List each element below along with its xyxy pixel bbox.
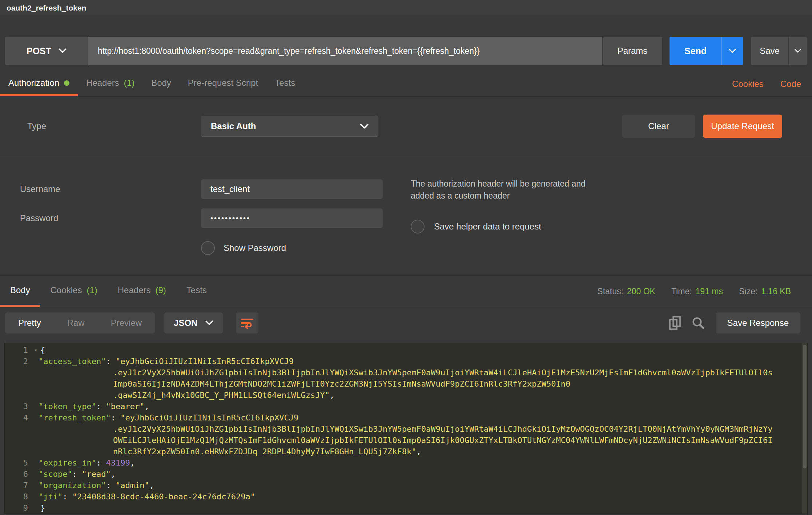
- line-number: 5: [5, 457, 31, 468]
- wrap-text-button[interactable]: [236, 312, 258, 334]
- code-line: 9}: [5, 502, 807, 514]
- response-tools: Save Response: [669, 312, 807, 334]
- scrollbar-thumb[interactable]: [803, 345, 807, 468]
- auth-helper-column: The authorization header will be generat…: [411, 178, 622, 233]
- format-select[interactable]: JSON: [164, 312, 223, 334]
- save-button[interactable]: Save: [751, 37, 789, 65]
- chevron-down-icon: [59, 48, 67, 53]
- username-field[interactable]: test_client: [201, 179, 383, 199]
- line-number: [5, 390, 31, 401]
- tab-tests[interactable]: Tests: [266, 72, 304, 96]
- fold-toggle-icon[interactable]: ▾: [34, 345, 37, 356]
- request-tabs: Authorization Headers (1) Body Pre-reque…: [0, 72, 812, 97]
- password-field[interactable]: •••••••••••: [201, 208, 383, 228]
- auth-configured-dot-icon: [64, 80, 69, 86]
- code-line: Imp0aSI6IjIzNDA4ZDM4LThjZGMtNDQ2MC1iZWFj…: [5, 378, 807, 390]
- auth-type-row: Type Basic Auth Clear Update Request: [0, 97, 812, 156]
- chevron-down-icon: [729, 49, 736, 53]
- chevron-down-icon: [360, 124, 369, 129]
- show-password-label: Show Password: [224, 243, 286, 253]
- code-line: .qawS1Z4j_h4vNx10GBC_Y_PHM1LLSQt64eniWLG…: [5, 390, 807, 401]
- code-line: .eyJ1c2VyX25hbWUiOiJhZG1pbiIsInNjb3BlIjp…: [5, 423, 807, 435]
- response-meta: Status: 200 OK Time: 191 ms Size: 1.16 K…: [597, 287, 812, 296]
- line-number: [5, 435, 31, 446]
- password-row: Password •••••••••••: [0, 208, 812, 228]
- response-tab-body[interactable]: Body: [0, 276, 40, 307]
- save-button-group: Save: [751, 37, 807, 65]
- response-body-lines: 1▾{2"access_token": "eyJhbGciOiJIUzI1NiI…: [5, 344, 807, 514]
- size-label: Size:: [739, 287, 757, 296]
- line-number: [5, 367, 31, 378]
- code-line: 6"scope": "read",: [5, 468, 807, 480]
- send-button[interactable]: Send: [670, 37, 722, 65]
- url-bar: POST http://host1:8000/oauth/token?scope…: [5, 37, 807, 65]
- clear-button[interactable]: Clear: [622, 115, 695, 138]
- code-line: 7"organization": "admin",: [5, 480, 807, 491]
- line-number: 6: [5, 468, 31, 480]
- show-password-row: Show Password: [201, 241, 812, 255]
- status-label: Status:: [597, 287, 623, 296]
- url-input[interactable]: http://host1:8000/oauth/token?scope=read…: [88, 37, 603, 65]
- update-request-button[interactable]: Update Request: [703, 115, 782, 138]
- search-button[interactable]: [692, 316, 705, 330]
- auth-type-label: Type: [0, 121, 201, 131]
- code-line: 5"expires_in": 43199,: [5, 457, 807, 468]
- method-select[interactable]: POST: [5, 37, 88, 65]
- tab-headers[interactable]: Headers (1): [78, 72, 143, 96]
- line-number: 1▾: [5, 344, 31, 356]
- save-response-button[interactable]: Save Response: [716, 312, 800, 334]
- method-label: POST: [27, 46, 51, 56]
- authorization-panel: Type Basic Auth Clear Update Request Use…: [0, 97, 812, 275]
- url-text: http://host1:8000/oauth/token?scope=read…: [98, 46, 479, 56]
- chevron-down-icon: [205, 320, 213, 326]
- response-panel: Body Cookies (1) Headers (9) Tests Statu…: [0, 276, 812, 514]
- view-pretty-button[interactable]: Pretty: [5, 312, 54, 334]
- copy-button[interactable]: [669, 316, 681, 330]
- view-preview-button[interactable]: Preview: [98, 312, 155, 334]
- show-password-checkbox[interactable]: [201, 241, 215, 255]
- response-tabs: Body Cookies (1) Headers (9) Tests Statu…: [0, 276, 812, 307]
- line-number: 2: [5, 356, 31, 367]
- code-line: 3"token_type": "bearer",: [5, 401, 807, 412]
- view-raw-button[interactable]: Raw: [54, 312, 98, 334]
- tab-authorization[interactable]: Authorization: [0, 72, 78, 96]
- line-number: [5, 446, 31, 457]
- send-options-button[interactable]: [722, 37, 743, 65]
- cookies-link[interactable]: Cookies: [732, 79, 764, 89]
- save-options-button[interactable]: [789, 37, 807, 65]
- code-line: OWEiLCJleHAiOjE1MzQ1MjQzMTQsImF1dGhvcml0…: [5, 435, 807, 446]
- password-label: Password: [0, 213, 201, 223]
- response-tab-headers[interactable]: Headers (9): [108, 276, 176, 307]
- line-number: 7: [5, 480, 31, 491]
- save-helper-checkbox[interactable]: [411, 220, 425, 233]
- scrollbar-track[interactable]: [802, 343, 807, 514]
- line-number: 9: [5, 502, 31, 514]
- code-line: nRlc3RfY2xpZW50In0.eHRWxFZDJDq_2RDPL4Dhy…: [5, 446, 807, 457]
- save-helper-row: Save helper data to request: [411, 220, 622, 233]
- chevron-down-icon: [795, 49, 801, 53]
- line-number: 4: [5, 412, 31, 423]
- status-value: 200 OK: [627, 287, 655, 296]
- response-toolbar: Pretty Raw Preview JSON: [5, 312, 807, 334]
- auth-helper-text: The authorization header will be generat…: [411, 178, 592, 202]
- request-title: oauth2_refresh_token: [7, 4, 86, 12]
- method-url-group: POST http://host1:8000/oauth/token?scope…: [5, 37, 662, 65]
- line-number: [5, 423, 31, 435]
- line-number: 8: [5, 491, 31, 502]
- size-value: 1.16 KB: [761, 287, 791, 296]
- save-helper-label: Save helper data to request: [434, 221, 541, 232]
- params-button[interactable]: Params: [603, 37, 662, 65]
- search-icon: [692, 316, 705, 330]
- line-number: 3: [5, 401, 31, 412]
- code-line: .eyJ1c2VyX25hbWUiOiJhZG1pbiIsInNjb3BlIjp…: [5, 367, 807, 378]
- response-tab-cookies[interactable]: Cookies (1): [40, 276, 108, 307]
- request-title-bar: oauth2_refresh_token: [0, 0, 812, 16]
- response-tab-tests[interactable]: Tests: [176, 276, 217, 307]
- auth-type-select[interactable]: Basic Auth: [201, 116, 378, 137]
- code-line: 2"access_token": "eyJhbGciOiJIUzI1NiIsIn…: [5, 356, 807, 367]
- response-body-viewer: 1▾{2"access_token": "eyJhbGciOiJIUzI1NiI…: [4, 343, 808, 514]
- code-link[interactable]: Code: [780, 79, 801, 89]
- tab-body[interactable]: Body: [143, 72, 180, 96]
- tab-pre-request-script[interactable]: Pre-request Script: [180, 72, 266, 96]
- code-line: 4"refresh_token": "eyJhbGciOiJIUzI1NiIsI…: [5, 412, 807, 423]
